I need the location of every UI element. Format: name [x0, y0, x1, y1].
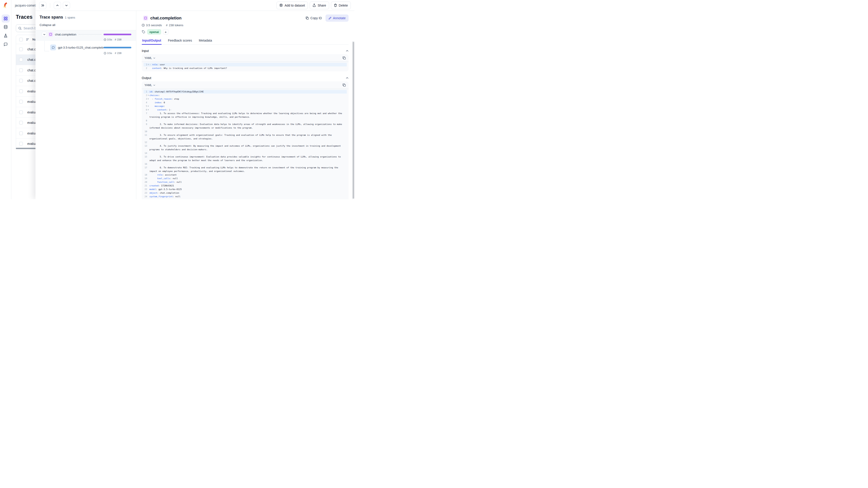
- next-trace-button[interactable]: [63, 2, 70, 9]
- share-label: Share: [318, 4, 326, 7]
- collapse-output-icon[interactable]: [346, 77, 348, 79]
- code-text: [149, 151, 347, 155]
- yaml-key: tool_calls: [157, 177, 170, 180]
- column-menu-icon[interactable]: [26, 38, 29, 41]
- breadcrumb-workspace[interactable]: jacques-comet: [15, 4, 35, 7]
- llm-span-icon: [48, 32, 53, 37]
- share-button[interactable]: Share: [310, 2, 329, 9]
- nav-prompts[interactable]: [2, 40, 10, 48]
- spans-count: 1 spans: [65, 16, 75, 19]
- row-checkbox[interactable]: [19, 110, 23, 114]
- code-text: 1. To assess the effectiveness: Tracking…: [149, 111, 347, 119]
- code-line: 6∨ content: |-: [144, 108, 347, 111]
- code-line: 8: [144, 119, 347, 123]
- annotate-button[interactable]: Annotate: [326, 14, 348, 22]
- clock-icon: [104, 52, 106, 55]
- clock-icon: [142, 24, 145, 27]
- flask-icon: [3, 33, 8, 38]
- nav-rail: [0, 0, 11, 199]
- chevron-down-icon: [153, 57, 155, 59]
- chevron-down-icon: [65, 4, 68, 6]
- chat-span-icon: [50, 44, 56, 51]
- span-row-root[interactable]: chat.completion 3.5s #238: [35, 30, 136, 41]
- copy-output-icon[interactable]: [342, 84, 346, 87]
- fold-spacer: [147, 119, 149, 123]
- line-number: 1: [144, 63, 147, 66]
- yaml-key: message: [155, 105, 164, 107]
- expand-panel-button[interactable]: [39, 2, 46, 9]
- row-checkbox[interactable]: [19, 47, 23, 51]
- fold-spacer: [147, 123, 149, 130]
- fold-chevron-icon[interactable]: ∨: [147, 94, 149, 97]
- code-line: 25∨usage:: [144, 198, 347, 199]
- tab-feedback-scores[interactable]: Feedback scores: [167, 39, 193, 44]
- code-text: message:: [149, 104, 347, 108]
- fold-chevron-icon[interactable]: ∨: [147, 104, 149, 108]
- add-tag-button[interactable]: +: [163, 29, 168, 35]
- comet-logo[interactable]: [2, 2, 9, 8]
- row-checkbox[interactable]: [19, 79, 23, 83]
- code-text: id: chatcmpl-AH7SfFAqd5KlY14cbkgyIDDgtJJ…: [149, 90, 347, 94]
- previous-trace-button[interactable]: [54, 2, 61, 9]
- app-window: jacques-comet Traces Name chat.completio…: [0, 0, 354, 199]
- collapse-input-icon[interactable]: [346, 50, 348, 52]
- fold-spacer: [147, 184, 149, 188]
- span-tokens: 238: [117, 38, 121, 41]
- span-expander-button[interactable]: [42, 32, 47, 37]
- fold-chevron-icon[interactable]: ∨: [147, 63, 149, 66]
- code-text: object: chat.completion: [149, 191, 347, 195]
- code-text: 5. To drive continuous improvement: Eval…: [149, 155, 347, 162]
- line-number: 14: [144, 151, 147, 155]
- code-line: 2∨choices:: [144, 94, 347, 97]
- fold-spacer: [147, 180, 149, 184]
- code-text: index: 0: [149, 101, 347, 104]
- chevrons-right-icon: [41, 4, 44, 7]
- nav-datasets[interactable]: [2, 23, 10, 31]
- span-row-child[interactable]: gpt-3.5-turbo-0125_chat.completio... 3.5…: [35, 43, 136, 55]
- yaml-key: usage: [149, 199, 156, 199]
- tab-input-output[interactable]: Input/Output: [142, 39, 162, 44]
- line-number: 21: [144, 184, 147, 188]
- copy-input-icon[interactable]: [342, 56, 346, 60]
- select-all-checkbox[interactable]: [19, 38, 23, 41]
- row-checkbox[interactable]: [19, 90, 23, 93]
- code-line: 14: [144, 151, 347, 155]
- database-icon: [279, 4, 283, 7]
- code-line: 12: [144, 140, 347, 144]
- chevron-down-icon: [153, 85, 155, 86]
- nav-experiments[interactable]: [2, 32, 10, 40]
- line-number: 4: [144, 101, 147, 104]
- detail-vertical-scrollbar[interactable]: [352, 41, 354, 199]
- output-format-select[interactable]: YAML: [145, 84, 155, 87]
- row-checkbox[interactable]: [19, 68, 23, 72]
- row-checkbox[interactable]: [19, 142, 23, 145]
- copy-id-button[interactable]: Copy ID: [304, 15, 323, 21]
- row-checkbox[interactable]: [19, 58, 23, 61]
- code-line: 15 5. To drive continuous improvement: E…: [144, 155, 347, 162]
- table-horizontal-scrollbar[interactable]: [16, 148, 36, 149]
- collapse-all-link[interactable]: Collapse all: [39, 23, 55, 27]
- hash-icon: #: [115, 52, 116, 55]
- code-text: 6. To demonstrate ROI: Tracking and eval…: [149, 166, 347, 173]
- fold-chevron-icon[interactable]: ∨: [147, 97, 149, 101]
- row-checkbox[interactable]: [19, 100, 23, 103]
- fold-chevron-icon[interactable]: ∨: [147, 108, 149, 111]
- code-line: 21created: 1728643621: [144, 184, 347, 188]
- fold-spacer: [147, 173, 149, 177]
- span-detail-title: chat.completion: [150, 16, 182, 21]
- line-number: 24: [144, 195, 147, 198]
- nav-projects[interactable]: [2, 14, 10, 23]
- row-checkbox[interactable]: [19, 121, 23, 125]
- scrollbar-thumb[interactable]: [352, 42, 354, 199]
- tab-metadata[interactable]: Metadata: [198, 39, 213, 44]
- code-line: 17 6. To demonstrate ROI: Tracking and e…: [144, 166, 347, 173]
- code-line: 20 function_call: null: [144, 180, 347, 184]
- copy-id-label: Copy ID: [310, 16, 322, 20]
- fold-chevron-icon[interactable]: ∨: [147, 198, 149, 199]
- input-format-select[interactable]: YAML: [145, 57, 155, 60]
- code-line: 10: [144, 130, 347, 133]
- add-to-dataset-button[interactable]: Add to dataset: [276, 2, 308, 9]
- row-checkbox[interactable]: [19, 131, 23, 135]
- line-number: 1: [144, 90, 147, 94]
- delete-button[interactable]: Delete: [331, 2, 351, 9]
